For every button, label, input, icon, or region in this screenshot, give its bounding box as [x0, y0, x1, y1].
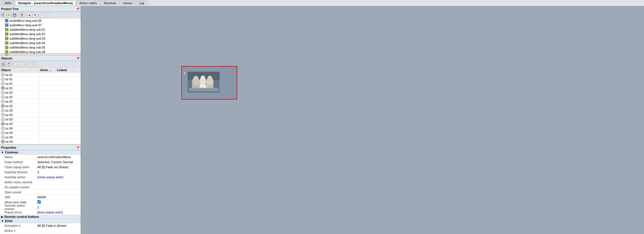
- tree-item-subtitlesMenu_suboff[interactable]: subtitlesMenu lang sub off: [0, 50, 81, 54]
- prop-value[interactable]: 3: [36, 170, 81, 174]
- tree-label-audioMenu_aud06: audioMenu lang aud 06: [9, 19, 42, 22]
- section-common-toggle[interactable]: ▼: [1, 151, 4, 154]
- obj-row[interactable]: ss 02: [0, 99, 81, 104]
- tree-item-subtitlesMenu_sub02[interactable]: subtitlesMenu lang sub 02: [0, 32, 81, 36]
- obj-name: ss 01: [5, 73, 13, 76]
- tree-item-languageconfirmationMenu[interactable]: languageconfirmationMenu: [0, 54, 81, 55]
- svg-rect-5: [13, 15, 16, 16]
- toolbar-sep3: [39, 13, 39, 17]
- obj-name: ss 04: [5, 131, 13, 134]
- section-remote-toggle[interactable]: ▶: [1, 215, 3, 218]
- prop-value[interactable]: [close popup anim]: [36, 175, 81, 179]
- obj-row[interactable]: ss 04: [0, 126, 81, 131]
- obj-cell-object: ss 04: [0, 127, 39, 130]
- obj-row[interactable]: Nss 04: [0, 139, 81, 144]
- tree-label-subtitlesMenu_sub04: subtitlesMenu lang sub 04: [9, 41, 45, 45]
- designer-canvas: 1: [81, 6, 644, 234]
- prop-value[interactable]: [36, 200, 81, 204]
- objects-title: Objects: [1, 57, 12, 60]
- prop-value[interactable]: All [9] Fade in (linear): [36, 224, 81, 227]
- svg-point-26: [208, 76, 212, 81]
- tree-icon-subtitle: [4, 50, 9, 54]
- tab-structure[interactable]: Structure: [101, 1, 119, 5]
- prop-value[interactable]: All [9] Fade out (linear): [36, 165, 81, 169]
- prop-value[interactable]: 00000: [36, 196, 81, 199]
- tree-item-subtitlesMenu_sub01[interactable]: subtitlesMenu lang sub 01: [0, 27, 81, 32]
- properties-title: Properties: [1, 146, 16, 149]
- project-tree-pin[interactable]: 📌: [76, 7, 80, 10]
- prop-value[interactable]: Selected, Current, Normal: [36, 160, 81, 164]
- left-panel: Project Tree 📌 ▲ ▼: [0, 6, 81, 234]
- tab-jars[interactable]: JARs: [1, 1, 15, 5]
- obj-toolbar-btn4[interactable]: ↓: [20, 62, 25, 67]
- obj-row[interactable]: Nss 01: [0, 86, 81, 90]
- obj-toolbar-btn3[interactable]: ↑: [14, 62, 19, 67]
- tab-action-matrix[interactable]: Action matrix: [76, 1, 100, 5]
- obj-name: ss 04: [5, 140, 13, 143]
- obj-name: ss 03: [5, 118, 13, 121]
- obj-row[interactable]: ss 04: [0, 135, 81, 139]
- obj-cell-object: Nss 02: [0, 104, 39, 108]
- obj-row[interactable]: ss 02: [0, 95, 81, 99]
- col-linked: Linked: [56, 68, 73, 72]
- obj-sep2: [26, 62, 26, 66]
- prop-name: Popup menu: [0, 211, 36, 214]
- menu-preview-box[interactable]: 1: [181, 66, 237, 100]
- tab-designer[interactable]: Designer - [searchconfirmationMenu]: [15, 1, 76, 5]
- section-enter: ▼ Enter: [0, 219, 81, 223]
- toolbar-delete[interactable]: [20, 13, 25, 18]
- tree-item-audioMenu_aud07[interactable]: audioMenu lang aud 07: [0, 23, 81, 27]
- obj-toolbar-btn1[interactable]: [1, 62, 6, 67]
- obj-toolbar-btn5[interactable]: ↑↑: [27, 62, 32, 67]
- obj-row[interactable]: Nss 02: [0, 104, 81, 108]
- obj-row[interactable]: ss 03: [0, 113, 81, 117]
- prop-value[interactable]: 1: [36, 206, 81, 209]
- thumbnail-bg: [188, 72, 220, 93]
- properties-pin[interactable]: 📌: [76, 146, 80, 149]
- obj-row[interactable]: ss 01: [0, 81, 81, 86]
- tab-log[interactable]: Log: [136, 1, 147, 5]
- tree-item-subtitlesMenu_sub05[interactable]: subtitlesMenu lang sub 05: [0, 45, 81, 50]
- section-enter-toggle[interactable]: ▼: [1, 219, 4, 223]
- prop-checkbox[interactable]: [37, 200, 41, 204]
- obj-row[interactable]: ss 02: [0, 90, 81, 95]
- prop-value[interactable]: searchconfirmationMenu: [36, 155, 81, 159]
- toolbar-collapse[interactable]: −: [46, 13, 51, 18]
- obj-row[interactable]: ss 03: [0, 117, 81, 122]
- toolbar-up[interactable]: ▲: [27, 13, 32, 18]
- obj-cell-object: Nss 03: [0, 122, 39, 126]
- tree-label-subtitlesMenu_sub01: subtitlesMenu lang sub 01: [9, 28, 45, 31]
- toolbar-expand[interactable]: +: [40, 13, 45, 18]
- obj-name: ss 04: [5, 136, 13, 139]
- tree-item-subtitlesMenu_aud03[interactable]: subtitlesMenu lang aud 03: [0, 36, 81, 41]
- properties-header: Properties 📌: [0, 145, 81, 150]
- col-object: Object: [0, 68, 39, 72]
- tree-item-audioMenu_aud06[interactable]: audioMenu lang aud 06: [0, 18, 81, 23]
- tree-icon-subtitle: [4, 41, 9, 45]
- toolbar-new[interactable]: [1, 13, 6, 18]
- objects-content: ss 01ss 01ss 01Nss 01ss 02ss 02ss 02Nss …: [0, 73, 81, 144]
- toolbar-save[interactable]: [12, 13, 17, 18]
- objects-pin[interactable]: 📌: [76, 57, 80, 60]
- toolbar-open[interactable]: [6, 13, 11, 18]
- obj-toolbar-btn6[interactable]: ↓↓: [33, 62, 38, 67]
- tree-content: audioMenu lang aud 06audioMenu lang aud …: [0, 18, 81, 55]
- tree-label-subtitlesMenu_sub05: subtitlesMenu lang sub 05: [9, 46, 45, 49]
- toolbar-down[interactable]: ▼: [33, 13, 38, 18]
- obj-row[interactable]: ss 05: [0, 144, 81, 144]
- tree-label-languageconfirmationMenu: languageconfirmationMenu: [9, 55, 47, 55]
- prop-name: Action 1: [0, 229, 36, 232]
- menu-number: 1: [184, 72, 185, 75]
- obj-row[interactable]: ss 03: [0, 108, 81, 113]
- prop-row: Draw methodSelected, Current, Normal: [0, 160, 81, 165]
- tab-library[interactable]: Library: [120, 1, 135, 5]
- obj-row[interactable]: ss 04: [0, 131, 81, 135]
- prop-value[interactable]: [dose popup anim]: [36, 211, 81, 214]
- tree-item-subtitlesMenu_sub04[interactable]: subtitlesMenu lang sub 04: [0, 41, 81, 45]
- obj-row[interactable]: Nss 03: [0, 122, 81, 126]
- tree-icon-subtitle: [4, 37, 9, 40]
- obj-row[interactable]: ss 01: [0, 77, 81, 81]
- obj-row[interactable]: ss 01: [0, 73, 81, 77]
- svg-point-25: [201, 76, 205, 80]
- obj-toolbar-btn2[interactable]: [6, 62, 11, 67]
